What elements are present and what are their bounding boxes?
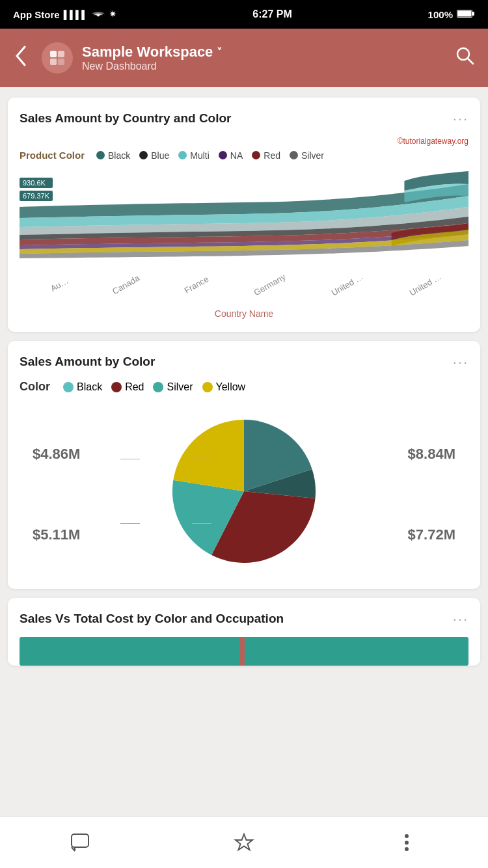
pie-dot-yellow (202, 382, 213, 392)
legend-item-silver: Silver (290, 150, 324, 161)
y-label-2: 679.37K (20, 191, 53, 201)
pie-dot-silver (153, 382, 163, 392)
workspace-title: Sample Workspace ˅ (82, 44, 446, 61)
pie-value-bottomleft: $5.11M (33, 526, 80, 543)
svg-point-14 (405, 834, 409, 838)
pie-legend-yellow: Yellow (202, 381, 246, 393)
chart2-legend: Color Black Red Silver Yellow (20, 380, 468, 394)
status-bar: App Store ▌▌▌▌ ✴ 6:27 PM 100% (0, 0, 488, 29)
pie-chart-container: $4.86M $5.11M $8.84M $7.72M (20, 407, 468, 576)
legend-dot-na (219, 151, 227, 159)
legend-dot-silver (290, 151, 298, 159)
chart1-title: Sales Amount by Country and Color (20, 111, 232, 127)
dashboard-subtitle: New Dashboard (82, 61, 446, 72)
y-label-1: 930.6K (20, 178, 53, 188)
header-title-group: Sample Workspace ˅ New Dashboard (82, 44, 446, 72)
x-axis-title: Country Name (20, 308, 468, 319)
svg-rect-6 (50, 59, 57, 65)
legend-dot-multi (178, 151, 187, 159)
pie-label-yellow: Yellow (216, 381, 246, 393)
chart3-bar-marker (239, 637, 245, 666)
chart2-legend-title: Color (20, 380, 50, 394)
pie-leader-bl (120, 523, 140, 524)
pie-legend-silver: Silver (153, 381, 193, 393)
main-content: Sales Amount by Country and Color ··· ©t… (0, 87, 488, 676)
stream-svg (20, 171, 468, 275)
chart1-watermark: ©tutorialgateway.org (20, 137, 468, 146)
legend-label-black: Black (108, 150, 130, 161)
x-label-au: Au… (49, 276, 70, 293)
chart2-header: Sales Amount by Color ··· (20, 354, 468, 371)
legend-dot-black (96, 151, 105, 159)
time-display: 6:27 PM (252, 8, 291, 20)
pie-dot-red (111, 382, 122, 392)
legend-dot-blue (139, 151, 148, 159)
pie-label-red: Red (125, 381, 144, 393)
pie-value-bottomright: $7.72M (408, 526, 455, 543)
legend-item-black: Black (96, 150, 130, 161)
workspace-avatar (42, 42, 73, 74)
signal-icon: ▌▌▌▌ (64, 10, 88, 20)
more-button[interactable] (387, 823, 426, 862)
chevron-icon: ˅ (217, 46, 222, 59)
svg-rect-3 (457, 10, 471, 16)
legend-item-na: NA (219, 150, 243, 161)
legend-label-na: NA (230, 150, 243, 161)
chart1-legend-title: Product Color (20, 150, 85, 161)
star-button[interactable] (224, 823, 264, 862)
pie-label-silver: Silver (167, 381, 193, 393)
bottom-nav (0, 816, 488, 868)
pie-svg (172, 420, 316, 563)
legend-item-blue: Blue (139, 150, 169, 161)
status-right: 100% (428, 9, 475, 20)
pie-value-topright: $8.84M (408, 446, 455, 463)
back-button[interactable] (13, 44, 33, 72)
pie-leader-tl (120, 459, 140, 459)
pie-legend-black: Black (63, 381, 102, 393)
header: Sample Workspace ˅ New Dashboard (0, 29, 488, 87)
legend-item-multi: Multi (178, 150, 210, 161)
pie-leader-br (192, 523, 211, 524)
loading-icon: ✴ (109, 8, 117, 20)
pie-label-black: Black (77, 381, 102, 393)
chart3-title: Sales Vs Total Cost by Color and Occupat… (20, 611, 284, 627)
pie-legend-red: Red (111, 381, 144, 393)
pie-dot-black (63, 382, 74, 392)
search-button[interactable] (455, 46, 475, 70)
battery-icon (457, 9, 475, 20)
chart1-header: Sales Amount by Country and Color ··· (20, 111, 468, 128)
chart1-more-button[interactable]: ··· (453, 111, 468, 128)
legend-dot-red (252, 151, 260, 159)
legend-label-silver: Silver (301, 150, 324, 161)
pie-value-topleft: $4.86M (33, 446, 80, 463)
chart2-more-button[interactable]: ··· (453, 354, 468, 371)
pie-leader-tr (192, 459, 211, 459)
chart3-card: Sales Vs Total Cost by Color and Occupat… (8, 598, 480, 666)
chart3-header: Sales Vs Total Cost by Color and Occupat… (20, 611, 468, 628)
svg-rect-5 (58, 51, 64, 57)
stream-chart: 930.6K 679.37K (20, 171, 468, 319)
legend-label-red: Red (264, 150, 280, 161)
chart2-card: Sales Amount by Color ··· Color Black Re… (8, 341, 480, 589)
svg-marker-13 (236, 834, 252, 850)
chart1-card: Sales Amount by Country and Color ··· ©t… (8, 98, 480, 332)
chart2-title: Sales Amount by Color (20, 354, 155, 370)
legend-label-multi: Multi (190, 150, 210, 161)
comment-button[interactable] (62, 823, 101, 862)
svg-rect-1 (472, 12, 474, 16)
svg-rect-7 (58, 59, 64, 65)
svg-point-15 (405, 841, 409, 845)
battery-label: 100% (428, 9, 453, 20)
carrier-label: App Store (13, 9, 60, 20)
legend-item-red: Red (252, 150, 280, 161)
chart3-more-button[interactable]: ··· (453, 611, 468, 628)
svg-rect-4 (50, 51, 57, 57)
chart1-legend: Product Color Black Blue Multi NA Red (20, 150, 468, 161)
svg-rect-10 (72, 834, 88, 847)
svg-point-16 (405, 847, 409, 851)
chart3-bar (20, 637, 468, 666)
legend-label-blue: Blue (151, 150, 169, 161)
wifi-icon (92, 9, 105, 20)
status-left: App Store ▌▌▌▌ ✴ (13, 8, 117, 20)
svg-line-9 (468, 59, 473, 64)
